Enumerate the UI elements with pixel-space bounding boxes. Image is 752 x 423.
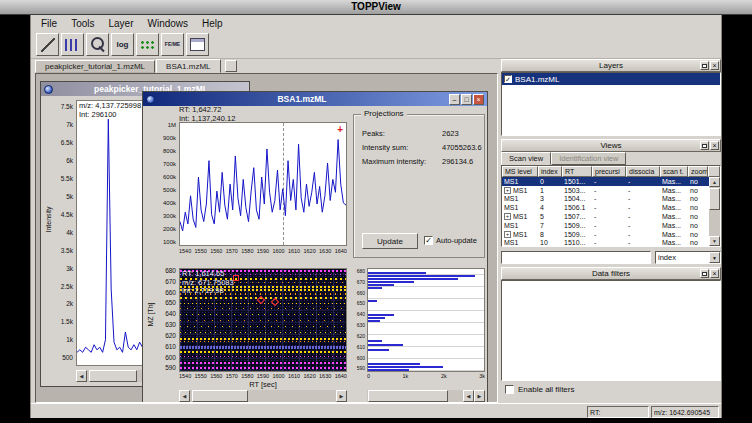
auto-update-checkbox[interactable]: ✓ [424,236,433,245]
tab-identification-view[interactable]: Identification view [551,152,626,165]
project-window-icon[interactable] [186,33,209,56]
tick-label: 100k [163,239,176,246]
expand-icon[interactable]: + [504,187,511,194]
scan-table-row[interactable]: +MS151507...--Mas...no [502,212,720,221]
map-h-scrollbar[interactable]: ◀ ▶ [179,390,347,402]
scroll-thumb[interactable] [368,390,448,402]
scroll-right-icon[interactable]: ▶ [336,390,347,402]
close-icon[interactable]: × [710,269,719,278]
bsa-window-body: RT: 1,642.72 Int: 1,137,240.12 1M900k800… [145,106,485,401]
scan-table-row[interactable]: MS171509...--Mas...no [502,221,720,230]
enable-all-filters-label: Enable all filters [518,385,574,394]
max-intensity-value: 296134.6 [442,157,473,166]
tab-list-button[interactable] [225,60,237,72]
scan-table-scrollbar[interactable]: ▲ ▼ [709,177,720,246]
projections-max-row: Maximum intensity: 296134.6 [362,157,480,166]
scroll-down-icon[interactable]: ▼ [709,236,720,246]
column-header-filler [708,166,720,177]
tick-label: 2.5k [61,284,73,291]
close-icon[interactable]: × [473,94,484,105]
rt-plot[interactable]: + [179,122,347,246]
tick-label: 1610 [288,373,300,379]
annotation-line: Int: 2,719.98 [182,287,234,296]
document-tab-0[interactable]: peakpicker_tutorial_1.mzML [35,60,155,73]
close-icon[interactable]: × [710,141,719,150]
tick-label: 3k [66,266,73,273]
scroll-track[interactable] [367,390,463,402]
map-2d-plot[interactable]: RT: 1,614.65 m/z: 671.75083 Int: 2,719.9… [179,268,347,372]
scroll-right-icon[interactable]: ▶ [474,390,485,402]
maximize-icon[interactable]: □ [461,94,472,105]
tick-label: 1550 [195,248,207,254]
combo-dropdown-icon[interactable]: ▼ [709,252,720,263]
tick-label: 1550 [195,373,207,379]
scroll-left-icon[interactable]: ◀ [463,390,474,402]
enable-all-filters-checkbox[interactable] [505,385,514,394]
bsa-window-titlebar[interactable]: BSA1.mzML –□× [143,92,487,106]
auto-update-row: ✓ Auto-update [424,236,477,245]
bsa-window[interactable]: BSA1.mzML –□× RT: 1,642.72 Int: 1,137,24… [142,91,488,403]
scroll-up-icon[interactable]: ▲ [709,177,720,187]
scan-search-input[interactable] [501,251,651,264]
views-dock-titlebar[interactable]: Views × [501,139,721,152]
scroll-thumb[interactable] [192,390,248,402]
scan-search-column-combo[interactable]: index ▼ [655,251,721,264]
document-tab-1[interactable]: BSA1.mzML [156,59,220,73]
tick-label: 1570 [226,248,238,254]
projections-sum-row: Intensity sum: 47055263.6 [362,143,480,152]
peaks-label: Peaks: [362,129,442,138]
scroll-track[interactable] [709,187,720,236]
column-header[interactable]: dissocia [626,166,660,177]
close-icon[interactable]: × [710,61,719,70]
scroll-track[interactable] [190,390,336,402]
dots-mode-icon[interactable] [136,33,159,56]
scan-table-row[interactable]: +MS111503...--Mas...no [502,186,720,195]
peaks-tool-icon[interactable] [61,33,84,56]
column-header[interactable]: precursi [592,166,626,177]
layer-visible-checkbox[interactable]: ✓ [504,75,512,83]
expand-icon[interactable]: + [504,231,511,238]
scan-table-row[interactable]: MS141506.1--Mas...no [502,203,720,212]
measure-tool-icon[interactable] [36,33,59,56]
tick-label: 1560 [210,373,222,379]
scan-table-row[interactable]: MS101501...--Mas...no [502,177,720,186]
tick-label: 1M [168,122,176,129]
data-filters-dock-title: Data filters [592,269,630,278]
tick-label: 620 [165,333,176,340]
data-filters-dock-titlebar[interactable]: Data filters × [501,267,721,280]
column-header[interactable]: zoom [688,166,708,177]
scan-table-row[interactable]: MS131504...--Mas...no [502,195,720,204]
menu-tools[interactable]: Tools [64,17,101,30]
scroll-thumb[interactable] [89,370,137,382]
menu-layer[interactable]: Layer [101,17,140,30]
column-header[interactable]: MS level [502,166,538,177]
menu-windows[interactable]: Windows [141,17,196,30]
menu-help[interactable]: Help [195,17,230,30]
float-icon[interactable] [700,61,709,70]
desktop-titlebar[interactable]: TOPPView [0,0,752,15]
status-mz-field: m/z: 1642.690545 [651,406,719,418]
menu-file[interactable]: File [34,17,64,30]
float-icon[interactable] [700,269,709,278]
minimize-icon[interactable]: – [449,94,460,105]
fe-me-icon[interactable]: FE/ME [161,33,184,56]
column-header[interactable]: index [538,166,562,177]
update-button[interactable]: Update [362,233,418,249]
mz-projection-plot[interactable] [367,268,485,372]
scroll-thumb[interactable] [709,188,720,210]
tab-scan-view[interactable]: Scan view [501,152,551,165]
layers-dock-titlebar[interactable]: Layers × [501,59,721,72]
expand-icon[interactable]: + [504,213,511,220]
scan-table-row[interactable]: +MS181509...--Mas...no [502,230,720,239]
float-icon[interactable] [700,141,709,150]
column-header[interactable]: RT [562,166,592,177]
tick-label: 1k [66,337,73,344]
projection-h-scrollbar[interactable]: ◀ ▶ [367,390,485,402]
scroll-left-icon[interactable]: ◀ [179,390,190,402]
zoom-tool-icon[interactable] [86,33,109,56]
scan-table-row[interactable]: MS1101510...--Mas...no [502,239,720,247]
layer-item[interactable]: ✓ BSA1.mzML [502,73,720,85]
log-scale-icon[interactable]: log [111,33,134,56]
column-header[interactable]: scan t. [660,166,688,177]
scroll-left-icon[interactable]: ◀ [76,370,87,382]
